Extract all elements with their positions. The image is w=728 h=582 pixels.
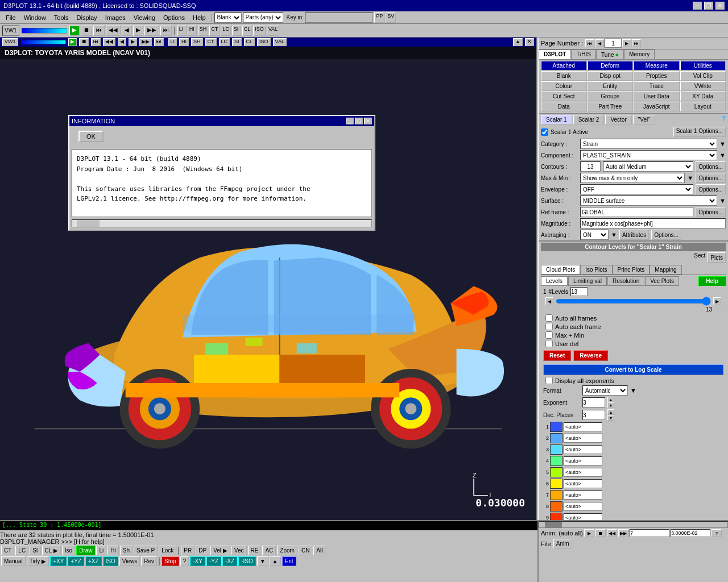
hi-vp[interactable]: HI: [179, 38, 189, 46]
cloud-plots-tab[interactable]: Cloud Plots: [541, 265, 580, 275]
btn-utilities[interactable]: Utilities: [680, 61, 726, 70]
vp-stop[interactable]: ⏹: [79, 38, 89, 46]
dec-places-down[interactable]: ▼: [607, 415, 614, 421]
scalar2-btn[interactable]: Scalar 2: [573, 115, 605, 124]
category-select[interactable]: Strain: [580, 139, 717, 149]
menu-help[interactable]: Help: [189, 13, 209, 22]
stop-bottom[interactable]: Stop: [162, 556, 179, 566]
si-bottom[interactable]: SI: [30, 546, 40, 555]
btn-trace[interactable]: Trace: [634, 81, 680, 91]
cl-bottom[interactable]: CL ▶: [42, 546, 61, 555]
exponent-down[interactable]: ▼: [607, 402, 614, 408]
pxz-bottom[interactable]: +XZ: [85, 556, 102, 566]
auto-all-frames-checkbox[interactable]: [545, 314, 553, 322]
levels-num-input[interactable]: [570, 287, 588, 296]
tab-memory[interactable]: Memory: [624, 49, 655, 59]
averaging-select[interactable]: ON: [580, 230, 609, 240]
next-button[interactable]: ▶: [133, 26, 143, 36]
tab-this[interactable]: T/HIS: [571, 49, 596, 59]
vp-next[interactable]: ▶: [129, 38, 137, 46]
btn-data[interactable]: Data: [541, 102, 587, 111]
draw-bottom[interactable]: Draw: [76, 546, 95, 555]
levels-slider[interactable]: [556, 298, 711, 305]
vp-rewind[interactable]: ⏮: [91, 38, 101, 46]
user-def-checkbox[interactable]: [545, 340, 553, 347]
level-color-box-4[interactable]: [550, 456, 562, 466]
menu-window[interactable]: Window: [20, 13, 49, 22]
iso-plots-tab[interactable]: Iso Plots: [580, 265, 612, 275]
blank-select[interactable]: Blank: [214, 13, 242, 23]
vector-btn[interactable]: Vector: [605, 115, 631, 124]
ct-button[interactable]: CT: [209, 26, 220, 36]
page-number-input[interactable]: [605, 39, 622, 48]
level-color-box-5[interactable]: [550, 467, 562, 477]
lc-vp[interactable]: LC: [219, 38, 230, 46]
vp-prev2[interactable]: ◀◀: [103, 38, 115, 46]
bottom-scrollbar[interactable]: [539, 521, 728, 528]
li-bottom[interactable]: Li: [96, 546, 106, 555]
vp-vw1[interactable]: VW1: [2, 38, 18, 46]
vel-btn[interactable]: "Vel": [633, 115, 655, 124]
level-color-box-2[interactable]: [550, 433, 562, 443]
page-next[interactable]: ▶: [622, 39, 631, 47]
tab-tune[interactable]: Tune ●: [596, 49, 624, 59]
levels-tab[interactable]: Levels: [541, 276, 568, 286]
sh-vp[interactable]: SH: [191, 38, 203, 46]
menu-viewing[interactable]: Viewing: [130, 13, 159, 22]
val-button[interactable]: VAL: [267, 26, 279, 36]
menu-tools[interactable]: Tools: [51, 13, 72, 22]
btn-xy-data[interactable]: XY Data: [680, 92, 726, 101]
level-color-box-8[interactable]: [550, 501, 562, 512]
max-min-checkbox[interactable]: [545, 331, 553, 339]
anim-prev[interactable]: ◀◀: [607, 529, 617, 537]
surface-select[interactable]: MIDDLE surface: [580, 196, 717, 206]
anim-next[interactable]: ▶▶: [618, 529, 628, 537]
si-button[interactable]: SI: [232, 26, 241, 36]
refframe-input[interactable]: [580, 207, 693, 217]
btn-propties[interactable]: Propties: [634, 71, 680, 81]
dialog-ok-button[interactable]: OK: [78, 131, 104, 142]
btn-attached[interactable]: Attached: [541, 61, 587, 70]
li-vp[interactable]: LI: [168, 38, 177, 46]
sh-button[interactable]: SH: [198, 26, 209, 36]
btn-disp-opt[interactable]: Disp opt: [588, 71, 634, 81]
level-color-box-9[interactable]: [550, 513, 562, 521]
lc-bottom[interactable]: LC: [15, 546, 28, 555]
exponent-up[interactable]: ▲: [607, 397, 614, 402]
lc-button[interactable]: LC: [221, 26, 231, 36]
ct-bottom[interactable]: CT: [1, 546, 14, 555]
anim-info[interactable]: ?: [712, 529, 722, 537]
level-color-box-7[interactable]: [550, 490, 562, 500]
views-bottom[interactable]: Views: [119, 556, 140, 566]
mxy-bottom[interactable]: -XY: [190, 556, 205, 566]
princ-plots-tab[interactable]: Princ Plots: [613, 265, 650, 275]
slider-left-arrow[interactable]: ◀: [545, 297, 553, 305]
magnitude-input[interactable]: [580, 218, 726, 228]
iso-bottom[interactable]: Iso: [62, 546, 75, 555]
reverse-btn[interactable]: Reverse: [573, 350, 608, 361]
menu-options[interactable]: Options: [160, 13, 188, 22]
pxy-bottom[interactable]: +XY: [50, 556, 67, 566]
btn-groups[interactable]: Groups: [588, 92, 634, 101]
anim-stop[interactable]: ⏹: [595, 529, 606, 537]
dec-places-input[interactable]: [582, 410, 605, 420]
level-color-box-6[interactable]: [550, 479, 562, 489]
attributes-btn[interactable]: Attributes: [619, 230, 649, 240]
dialog-minimize[interactable]: _: [346, 118, 354, 124]
btn-colour[interactable]: Colour: [541, 81, 587, 91]
dialog-scrollbar[interactable]: [72, 219, 372, 227]
btn-cut-sect[interactable]: Cut Sect: [541, 92, 587, 101]
mxz-bottom[interactable]: -XZ: [222, 556, 237, 566]
btn-deform[interactable]: Deform: [588, 61, 634, 70]
menu-images[interactable]: Images: [102, 13, 129, 22]
display-exponents-checkbox[interactable]: [545, 377, 553, 384]
vp-expand[interactable]: ▲: [513, 38, 523, 46]
dec-places-up[interactable]: ▲: [607, 409, 614, 415]
page-prev[interactable]: ◀: [595, 39, 604, 47]
iso-vp[interactable]: ISO: [257, 38, 271, 46]
vec-bottom[interactable]: Vec: [231, 546, 247, 555]
iso-button[interactable]: ISO: [253, 26, 266, 36]
pp-button[interactable]: PP: [374, 13, 384, 23]
hi-bottom[interactable]: Hi: [107, 546, 118, 555]
btn-javascript[interactable]: JavaScript: [634, 102, 680, 111]
